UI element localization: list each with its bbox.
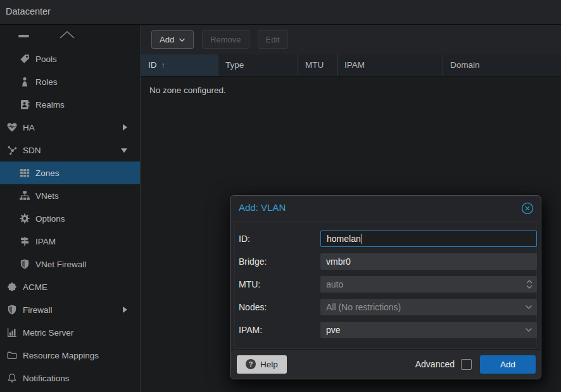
network-icon	[6, 144, 18, 156]
edit-button-label: Edit	[266, 35, 280, 44]
shield-icon	[6, 304, 18, 315]
sidebar-item-zones[interactable]: Zones	[0, 161, 140, 184]
sidebar-item-label: ACME	[23, 282, 47, 292]
bar-chart-icon	[6, 327, 18, 338]
bridge-form-row: Bridge: vmbr0	[230, 253, 542, 270]
help-button[interactable]: ? Help	[237, 355, 287, 374]
dash-icon	[18, 35, 29, 37]
sidebar-item-metric-server[interactable]: Metric Server	[0, 321, 140, 344]
folder-icon	[6, 350, 18, 361]
advanced-checkbox[interactable]	[461, 359, 472, 370]
sidebar-item-label: Roles	[35, 77, 58, 87]
sidebar-item-realms[interactable]: Realms	[0, 93, 140, 116]
text-cursor	[362, 234, 363, 244]
sidebar-item-notifications[interactable]: Notifications	[0, 367, 140, 389]
table-header: ID↑ Type MTU IPAM Domain	[141, 54, 561, 77]
ipam-field-label: IPAM:	[239, 322, 318, 338]
mtu-field-label: MTU:	[239, 276, 318, 293]
caret-right-icon[interactable]	[123, 307, 127, 313]
proxmox-datacenter-view: Datacenter Pools Roles Realms HA	[0, 0, 561, 392]
chevron-down-icon	[179, 37, 186, 42]
ipam-combo[interactable]: pve	[320, 322, 537, 338]
dialog-footer: ? Help Advanced Add	[230, 349, 541, 379]
edit-button[interactable]: Edit	[258, 30, 288, 49]
sidebar-item-partial	[0, 25, 140, 47]
sidebar-item-options[interactable]: Options	[0, 207, 140, 230]
sidebar-item-label: SDN	[23, 146, 41, 155]
sidebar-item-label: Notifications	[23, 374, 70, 383]
nodes-combo[interactable]: All (No restrictions)	[320, 299, 537, 315]
page-title: Datacenter	[6, 6, 51, 16]
sort-asc-icon: ↑	[161, 60, 166, 70]
sidebar-nav: Pools Roles Realms HA SDN Zones VNets	[0, 25, 141, 392]
combo-chevron-down-icon[interactable]	[525, 322, 533, 338]
sidebar-item-vnet-firewall[interactable]: VNet Firewall	[0, 253, 140, 275]
sidebar-item-label: Pools	[35, 54, 57, 64]
chevron-up-icon[interactable]	[58, 30, 76, 42]
burst-icon	[6, 281, 18, 293]
sidebar-item-label: Metric Server	[23, 328, 73, 338]
id-form-row: ID: homelan	[230, 231, 542, 247]
sidebar-item-label: Options	[35, 214, 65, 224]
sidebar-item-sdn[interactable]: SDN	[0, 139, 140, 161]
page-header: Datacenter	[0, 0, 561, 25]
gear-icon	[19, 213, 30, 224]
bridge-field-label: Bridge:	[239, 253, 318, 270]
question-circle-icon: ?	[246, 359, 256, 369]
sidebar-item-resource-mappings[interactable]: Resource Mappings	[0, 344, 140, 367]
nodes-field-label: Nodes:	[239, 299, 318, 315]
zones-toolbar: Add Remove Edit	[141, 25, 561, 54]
sidebar-item-ipam[interactable]: IPAM	[0, 230, 140, 253]
bell-icon	[6, 372, 18, 384]
sidebar-item-firewall[interactable]: Firewall	[0, 298, 140, 321]
heartbeat-icon	[6, 122, 18, 133]
remove-button[interactable]: Remove	[202, 30, 249, 49]
nodes-form-row: Nodes: All (No restrictions)	[230, 299, 542, 315]
id-field-label: ID:	[239, 231, 318, 247]
sidebar-item-acme[interactable]: ACME	[0, 275, 140, 298]
sidebar-item-label: VNet Firewall	[35, 260, 86, 269]
sidebar-item-label: Zones	[35, 168, 60, 178]
help-button-label: Help	[260, 360, 278, 369]
sidebar-item-ha[interactable]: HA	[0, 116, 140, 139]
submit-add-button[interactable]: Add	[480, 355, 536, 374]
shield-icon	[19, 258, 30, 270]
column-header-type[interactable]: Type	[218, 54, 298, 76]
user-icon	[19, 76, 30, 87]
advanced-label: Advanced	[415, 359, 455, 369]
column-header-id[interactable]: ID↑	[141, 54, 218, 76]
sitemap-icon	[19, 190, 30, 201]
column-header-ipam[interactable]: IPAM	[337, 54, 443, 76]
caret-right-icon[interactable]	[123, 124, 127, 130]
bridge-input[interactable]: vmbr0	[320, 253, 537, 270]
column-header-domain[interactable]: Domain	[443, 54, 561, 76]
sidebar-item-label: HA	[23, 123, 35, 132]
sidebar-item-roles[interactable]: Roles	[0, 70, 140, 93]
ipam-form-row: IPAM: pve	[230, 322, 542, 338]
mtu-spinner[interactable]: auto	[320, 276, 537, 293]
sidebar-item-pools[interactable]: Pools	[0, 47, 140, 70]
close-icon[interactable]	[520, 201, 534, 215]
spinner-up-down-icon[interactable]	[526, 276, 533, 293]
sidebar-item-label: Resource Mappings	[23, 351, 99, 360]
add-button-label: Add	[160, 35, 174, 44]
sidebar-item-vnets[interactable]: VNets	[0, 184, 140, 207]
signpost-icon	[19, 236, 30, 247]
dialog-title: Add: VLAN	[239, 202, 286, 213]
sidebar-item-label: Realms	[35, 100, 65, 110]
grid-icon	[19, 167, 30, 179]
mtu-form-row: MTU: auto	[230, 276, 542, 293]
sidebar-item-label: IPAM	[35, 237, 56, 246]
combo-chevron-down-icon[interactable]	[525, 299, 533, 315]
id-input[interactable]: homelan	[320, 231, 537, 247]
column-header-mtu[interactable]: MTU	[298, 54, 337, 76]
address-book-icon	[19, 99, 30, 110]
caret-down-icon[interactable]	[121, 148, 127, 153]
add-vlan-dialog: Add: VLAN ID: homelan Bridge: vmbr0 MTU:…	[230, 195, 541, 379]
sidebar-item-label: Firewall	[23, 305, 53, 315]
sidebar-item-label: VNets	[35, 191, 59, 201]
empty-table-message: No zone configured.	[149, 85, 226, 95]
remove-button-label: Remove	[210, 35, 241, 44]
tag-icon	[19, 53, 30, 65]
add-button[interactable]: Add	[151, 30, 194, 49]
